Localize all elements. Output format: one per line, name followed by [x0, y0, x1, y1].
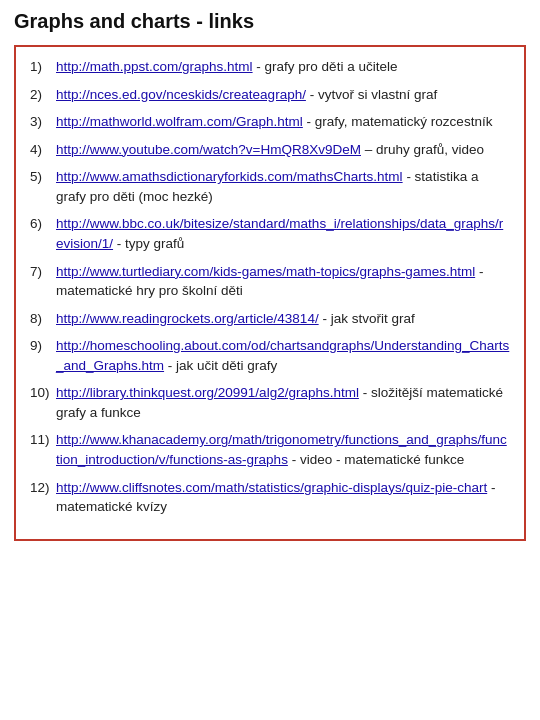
item-link[interactable]: http://homeschooling.about.com/od/charts… [56, 338, 509, 373]
item-desc: – druhy grafů, video [361, 142, 484, 157]
item-content: http://www.bbc.co.uk/bitesize/standard/m… [56, 214, 510, 253]
item-link[interactable]: http://www.youtube.com/watch?v=HmQR8Xv9D… [56, 142, 361, 157]
item-desc: - grafy pro děti a učitele [253, 59, 398, 74]
item-link[interactable]: http://math.ppst.com/graphs.html [56, 59, 253, 74]
item-content: http://www.readingrockets.org/article/43… [56, 309, 510, 329]
list-item: 2)http://nces.ed.gov/nceskids/createagra… [30, 85, 510, 105]
item-number: 3) [30, 112, 56, 132]
item-desc: - grafy, matematický rozcestník [303, 114, 493, 129]
item-number: 6) [30, 214, 56, 253]
list-item: 11)http://www.khanacademy.org/math/trigo… [30, 430, 510, 469]
item-content: http://www.cliffsnotes.com/math/statisti… [56, 478, 510, 517]
item-desc: - vytvoř si vlastní graf [306, 87, 437, 102]
list-item: 8)http://www.readingrockets.org/article/… [30, 309, 510, 329]
item-link[interactable]: http://nces.ed.gov/nceskids/createagraph… [56, 87, 306, 102]
item-link[interactable]: http://mathworld.wolfram.com/Graph.html [56, 114, 303, 129]
page-title: Graphs and charts - links [14, 10, 526, 33]
item-desc: - jak stvořit graf [319, 311, 415, 326]
item-number: 9) [30, 336, 56, 375]
item-number: 7) [30, 262, 56, 301]
item-content: http://www.amathsdictionaryforkids.com/m… [56, 167, 510, 206]
list-item: 4)http://www.youtube.com/watch?v=HmQR8Xv… [30, 140, 510, 160]
item-desc: - jak učit děti grafy [164, 358, 277, 373]
item-number: 4) [30, 140, 56, 160]
links-box: 1)http://math.ppst.com/graphs.html - gra… [14, 45, 526, 541]
item-link[interactable]: http://www.turtlediary.com/kids-games/ma… [56, 264, 475, 279]
item-link[interactable]: http://www.amathsdictionaryforkids.com/m… [56, 169, 403, 184]
item-content: http://www.khanacademy.org/math/trigonom… [56, 430, 510, 469]
item-desc: - typy grafů [113, 236, 184, 251]
item-desc: - video - matematické funkce [288, 452, 464, 467]
item-link[interactable]: http://www.readingrockets.org/article/43… [56, 311, 319, 326]
item-number: 11) [30, 430, 56, 469]
list-item: 1)http://math.ppst.com/graphs.html - gra… [30, 57, 510, 77]
item-link[interactable]: http://library.thinkquest.org/20991/alg2… [56, 385, 359, 400]
list-item: 3)http://mathworld.wolfram.com/Graph.htm… [30, 112, 510, 132]
item-content: http://math.ppst.com/graphs.html - grafy… [56, 57, 510, 77]
list-item: 9)http://homeschooling.about.com/od/char… [30, 336, 510, 375]
list-item: 10)http://library.thinkquest.org/20991/a… [30, 383, 510, 422]
item-number: 8) [30, 309, 56, 329]
item-content: http://www.turtlediary.com/kids-games/ma… [56, 262, 510, 301]
item-number: 1) [30, 57, 56, 77]
item-content: http://nces.ed.gov/nceskids/createagraph… [56, 85, 510, 105]
item-link[interactable]: http://www.cliffsnotes.com/math/statisti… [56, 480, 487, 495]
item-number: 10) [30, 383, 56, 422]
item-number: 2) [30, 85, 56, 105]
item-content: http://mathworld.wolfram.com/Graph.html … [56, 112, 510, 132]
item-number: 5) [30, 167, 56, 206]
links-list: 1)http://math.ppst.com/graphs.html - gra… [30, 57, 510, 517]
item-content: http://www.youtube.com/watch?v=HmQR8Xv9D… [56, 140, 510, 160]
item-number: 12) [30, 478, 56, 517]
item-content: http://library.thinkquest.org/20991/alg2… [56, 383, 510, 422]
list-item: 6)http://www.bbc.co.uk/bitesize/standard… [30, 214, 510, 253]
list-item: 7)http://www.turtlediary.com/kids-games/… [30, 262, 510, 301]
list-item: 5)http://www.amathsdictionaryforkids.com… [30, 167, 510, 206]
list-item: 12)http://www.cliffsnotes.com/math/stati… [30, 478, 510, 517]
item-content: http://homeschooling.about.com/od/charts… [56, 336, 510, 375]
